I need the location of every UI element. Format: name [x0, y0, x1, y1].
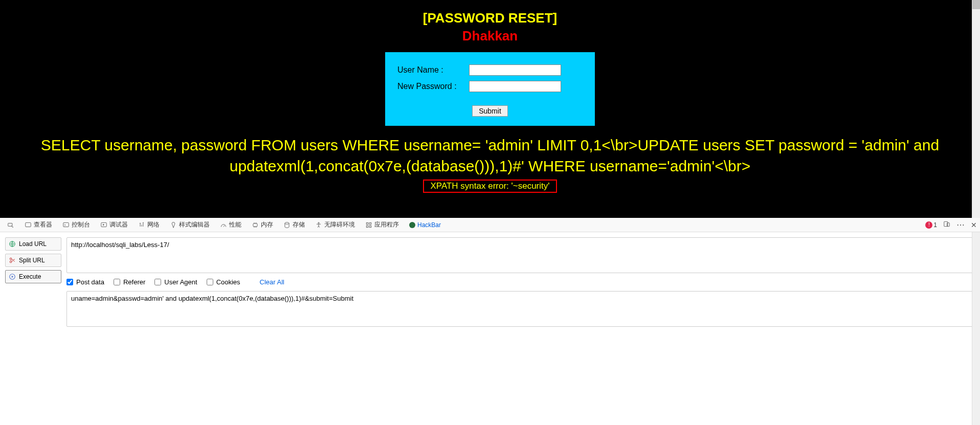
devtools-panel: 查看器 控制台 调试器 网络 样式编辑器 性能 内存 存储 — [0, 218, 980, 425]
tab-network-label: 网络 — [147, 220, 160, 229]
useragent-label: User Agent — [164, 278, 197, 286]
tab-style-label: 样式编辑器 — [179, 220, 210, 229]
svg-point-5 — [285, 222, 289, 224]
password-input[interactable] — [469, 81, 561, 92]
devtools-scrollbar[interactable] — [972, 232, 980, 425]
tab-memory[interactable]: 内存 — [248, 218, 277, 232]
password-label: New Password : — [397, 82, 469, 91]
execute-label: Execute — [19, 273, 41, 280]
devtools-tab-bar: 查看器 控制台 调试器 网络 样式编辑器 性能 内存 存储 — [0, 218, 980, 232]
hackbar-icon — [409, 222, 415, 228]
svg-rect-9 — [366, 226, 368, 228]
tab-application[interactable]: 应用程序 — [361, 218, 403, 232]
execute-icon — [9, 273, 16, 280]
svg-rect-2 — [63, 222, 69, 227]
referer-checkbox[interactable]: Referer — [114, 278, 145, 286]
tab-network[interactable]: 网络 — [134, 218, 164, 232]
svg-point-6 — [318, 222, 319, 223]
tab-memory-label: 内存 — [261, 220, 273, 229]
close-icon[interactable]: ✕ — [971, 221, 977, 229]
xpath-error: XPATH syntax error: '~security' — [423, 180, 556, 193]
scrollbar-thumb[interactable] — [972, 0, 980, 9]
hackbar-panel: Load URL Split URL Execute Post data — [0, 232, 980, 425]
hackbar-sidebar: Load URL Split URL Execute — [5, 237, 61, 420]
postdata-checkbox-input[interactable] — [66, 279, 73, 285]
tab-accessibility[interactable]: 无障碍环境 — [311, 218, 359, 232]
tab-inspector[interactable]: 查看器 — [20, 218, 56, 232]
execute-button[interactable]: Execute — [5, 270, 61, 283]
svg-rect-7 — [366, 222, 368, 225]
tab-style[interactable]: 样式编辑器 — [166, 218, 214, 232]
postdata-label: Post data — [76, 278, 104, 286]
postdata-textarea[interactable] — [66, 291, 975, 327]
tab-debugger-label: 调试器 — [109, 220, 128, 229]
error-indicator[interactable]: ! 1 — [925, 221, 937, 229]
error-icon: ! — [925, 221, 932, 229]
clear-all-link[interactable]: Clear All — [260, 278, 284, 286]
load-url-icon — [9, 240, 16, 248]
split-url-button[interactable]: Split URL — [5, 254, 61, 267]
hackbar-options-row: Post data Referer User Agent Cookies Cle… — [66, 278, 975, 286]
svg-rect-12 — [947, 222, 950, 226]
split-url-label: Split URL — [19, 257, 45, 264]
devtools-picker-icon[interactable] — [3, 218, 18, 232]
split-url-icon — [9, 257, 16, 264]
tab-performance[interactable]: 性能 — [216, 218, 246, 232]
reset-form: User Name : New Password : Submit — [385, 52, 595, 126]
page-subtitle: Dhakkan — [0, 28, 980, 44]
sql-query-output: SELECT username, password FROM users WHE… — [0, 135, 980, 176]
cookies-label: Cookies — [216, 278, 240, 286]
submit-button[interactable]: Submit — [472, 105, 508, 117]
tab-console-label: 控制台 — [72, 220, 90, 229]
tab-accessibility-label: 无障碍环境 — [324, 220, 355, 229]
tab-inspector-label: 查看器 — [34, 220, 52, 229]
tab-application-label: 应用程序 — [374, 220, 399, 229]
tab-performance-label: 性能 — [229, 220, 241, 229]
svg-point-14 — [10, 258, 12, 260]
svg-rect-10 — [369, 226, 371, 228]
tab-storage-label: 存储 — [293, 220, 305, 229]
referer-checkbox-input[interactable] — [114, 279, 120, 285]
postdata-checkbox[interactable]: Post data — [66, 278, 104, 286]
cookies-checkbox-input[interactable] — [207, 279, 213, 285]
useragent-checkbox[interactable]: User Agent — [154, 278, 197, 286]
useragent-checkbox-input[interactable] — [154, 279, 161, 285]
tab-hackbar-label: HackBar — [417, 221, 441, 229]
load-url-button[interactable]: Load URL — [5, 237, 61, 251]
more-icon[interactable]: ⋯ — [956, 220, 965, 230]
responsive-mode-icon[interactable] — [943, 220, 950, 230]
hackbar-main: Post data Referer User Agent Cookies Cle… — [66, 237, 975, 420]
referer-label: Referer — [123, 278, 145, 286]
svg-rect-8 — [369, 222, 371, 225]
url-textarea[interactable] — [66, 237, 975, 273]
error-count: 1 — [933, 221, 937, 229]
load-url-label: Load URL — [19, 240, 47, 248]
cookies-checkbox[interactable]: Cookies — [207, 278, 240, 286]
tab-storage[interactable]: 存储 — [279, 218, 309, 232]
svg-rect-4 — [253, 223, 257, 227]
svg-point-15 — [10, 261, 12, 263]
tab-debugger[interactable]: 调试器 — [96, 218, 132, 232]
svg-rect-1 — [26, 222, 31, 227]
username-label: User Name : — [397, 65, 469, 75]
tab-console[interactable]: 控制台 — [58, 218, 94, 232]
username-input[interactable] — [469, 64, 561, 76]
page-title: [PASSWORD RESET] — [0, 10, 980, 26]
tab-hackbar[interactable]: HackBar — [405, 218, 445, 232]
page-content: [PASSWORD RESET] Dhakkan User Name : New… — [0, 0, 980, 193]
